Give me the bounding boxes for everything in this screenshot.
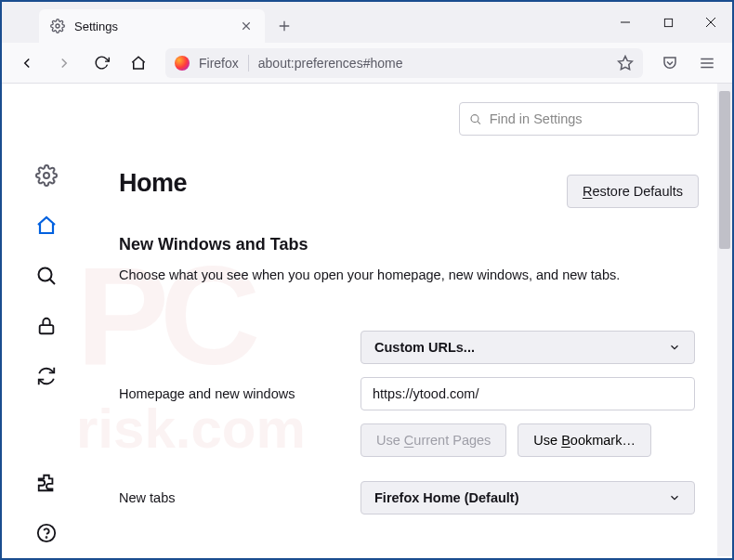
scrollbar-thumb[interactable] — [719, 91, 730, 249]
homepage-url-input[interactable] — [360, 377, 695, 410]
main-panel: Home Restore Defaults New Windows and Ta… — [91, 84, 732, 556]
svg-rect-5 — [40, 325, 54, 333]
pocket-button[interactable] — [654, 48, 686, 78]
url-text: about:preferences#home — [258, 56, 608, 71]
sidebar-help-icon[interactable] — [34, 521, 59, 545]
maximize-button[interactable] — [647, 2, 689, 43]
sidebar-privacy-icon[interactable] — [34, 314, 59, 338]
svg-rect-1 — [664, 19, 672, 26]
window-controls — [604, 2, 732, 43]
sidebar-sync-icon[interactable] — [34, 364, 59, 388]
svg-point-3 — [44, 173, 49, 178]
chevron-down-icon — [668, 341, 681, 354]
svg-point-4 — [39, 268, 52, 281]
url-brand: Firefox — [199, 56, 239, 71]
newtabs-label: New tabs — [119, 490, 360, 505]
settings-search-box[interactable] — [459, 102, 699, 136]
svg-point-0 — [56, 24, 59, 28]
minimize-button[interactable] — [604, 2, 647, 43]
section-description: Choose what you see when you open your h… — [119, 266, 699, 284]
firefox-logo-icon — [175, 56, 190, 71]
home-button[interactable] — [123, 48, 154, 78]
browser-tab[interactable]: Settings — [39, 9, 265, 43]
sidebar-home-icon[interactable] — [34, 214, 59, 238]
restore-defaults-button[interactable]: Restore Defaults — [567, 175, 699, 208]
content-area: PCrisk.com Home Restore Defaults New Win… — [2, 84, 732, 556]
homepage-mode-value: Custom URLs... — [374, 340, 475, 355]
homepage-mode-select[interactable]: Custom URLs... — [360, 331, 695, 364]
svg-marker-2 — [619, 56, 633, 69]
chevron-down-icon — [668, 491, 681, 504]
app-menu-button[interactable] — [691, 48, 723, 78]
forward-button[interactable] — [48, 48, 80, 78]
tab-title: Settings — [74, 20, 229, 33]
sidebar — [2, 84, 91, 556]
svg-point-8 — [471, 114, 478, 122]
vertical-scrollbar[interactable] — [717, 84, 732, 556]
bookmark-star-icon[interactable] — [617, 55, 634, 72]
settings-search-input[interactable] — [490, 111, 688, 126]
reload-button[interactable] — [85, 48, 117, 78]
section-heading: New Windows and Tabs — [119, 235, 699, 254]
svg-point-7 — [46, 537, 47, 538]
divider — [248, 55, 249, 72]
new-tab-button[interactable] — [270, 12, 298, 40]
back-button[interactable] — [11, 48, 43, 78]
close-icon[interactable] — [239, 19, 254, 33]
use-current-pages-button[interactable]: Use Current Pages — [360, 423, 506, 457]
gear-icon — [50, 19, 65, 33]
newtabs-mode-select[interactable]: Firefox Home (Default) — [360, 481, 695, 514]
toolbar: Firefox about:preferences#home — [2, 43, 732, 84]
sidebar-general-icon[interactable] — [34, 163, 59, 188]
url-bar[interactable]: Firefox about:preferences#home — [165, 48, 643, 78]
use-bookmark-button[interactable]: Use Bookmark… — [518, 423, 651, 457]
sidebar-search-icon[interactable] — [34, 264, 59, 288]
newtabs-mode-value: Firefox Home (Default) — [374, 490, 519, 505]
close-window-button[interactable] — [689, 2, 732, 43]
titlebar: Settings — [2, 2, 732, 43]
sidebar-extensions-icon[interactable] — [34, 471, 59, 495]
homepage-label: Homepage and new windows — [119, 386, 360, 401]
